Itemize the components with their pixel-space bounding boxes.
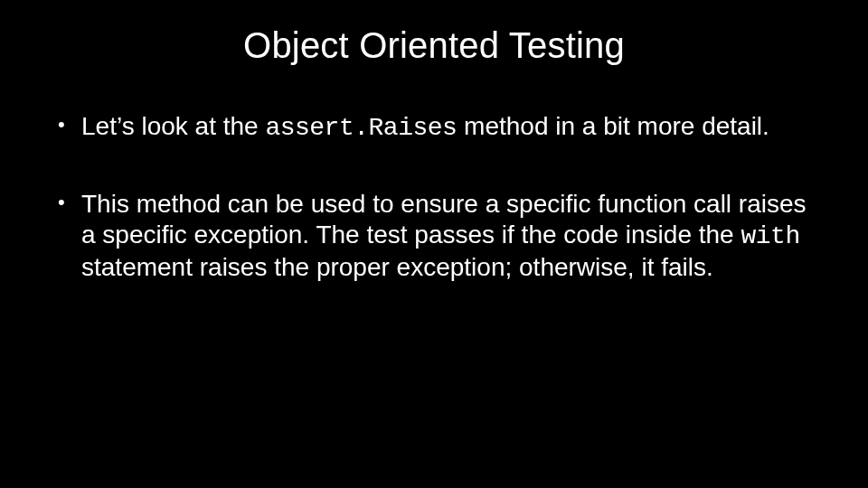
slide-title: Object Oriented Testing [45,25,823,66]
list-item: Let’s look at the assert.Raises method i… [54,111,823,144]
slide: Object Oriented Testing Let’s look at th… [0,0,868,488]
list-item: This method can be used to ensure a spec… [54,189,823,283]
code-span: assert.Raises [265,114,457,142]
code-span: with [741,222,799,250]
bullet-text-prefix: This method can be used to ensure a spec… [81,190,807,249]
bullet-text-suffix: statement raises the proper exception; o… [81,253,713,281]
bullet-text-suffix: method in a bit more detail. [457,112,769,140]
bullet-list: Let’s look at the assert.Raises method i… [45,111,823,284]
bullet-text-prefix: Let’s look at the [81,112,265,140]
